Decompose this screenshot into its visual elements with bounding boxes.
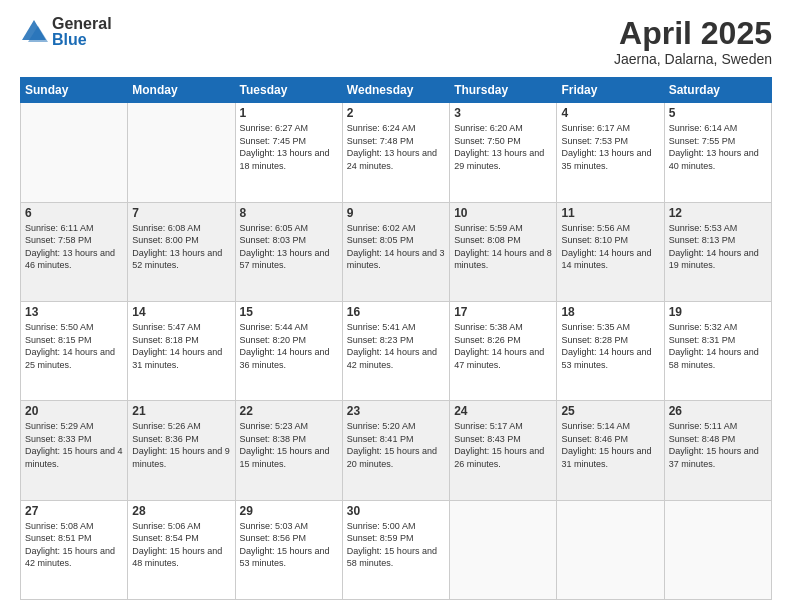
logo-text: General Blue (52, 16, 112, 48)
day-info: Sunrise: 5:06 AM Sunset: 8:54 PM Dayligh… (132, 520, 230, 570)
calendar-cell (21, 103, 128, 202)
day-info: Sunrise: 6:11 AM Sunset: 7:58 PM Dayligh… (25, 222, 123, 272)
day-info: Sunrise: 5:44 AM Sunset: 8:20 PM Dayligh… (240, 321, 338, 371)
calendar-cell (128, 103, 235, 202)
day-info: Sunrise: 5:17 AM Sunset: 8:43 PM Dayligh… (454, 420, 552, 470)
header-right: April 2025 Jaerna, Dalarna, Sweden (614, 16, 772, 67)
day-info: Sunrise: 5:32 AM Sunset: 8:31 PM Dayligh… (669, 321, 767, 371)
logo-blue-text: Blue (52, 32, 112, 48)
day-number: 3 (454, 106, 552, 120)
weekday-header-monday: Monday (128, 78, 235, 103)
day-info: Sunrise: 6:27 AM Sunset: 7:45 PM Dayligh… (240, 122, 338, 172)
day-number: 28 (132, 504, 230, 518)
day-number: 4 (561, 106, 659, 120)
day-info: Sunrise: 5:26 AM Sunset: 8:36 PM Dayligh… (132, 420, 230, 470)
day-number: 16 (347, 305, 445, 319)
day-number: 6 (25, 206, 123, 220)
calendar-cell: 24Sunrise: 5:17 AM Sunset: 8:43 PM Dayli… (450, 401, 557, 500)
day-number: 5 (669, 106, 767, 120)
day-number: 12 (669, 206, 767, 220)
calendar-cell: 20Sunrise: 5:29 AM Sunset: 8:33 PM Dayli… (21, 401, 128, 500)
calendar-cell: 1Sunrise: 6:27 AM Sunset: 7:45 PM Daylig… (235, 103, 342, 202)
day-number: 19 (669, 305, 767, 319)
day-number: 26 (669, 404, 767, 418)
day-info: Sunrise: 5:23 AM Sunset: 8:38 PM Dayligh… (240, 420, 338, 470)
calendar-cell (450, 500, 557, 599)
day-number: 20 (25, 404, 123, 418)
calendar-table: SundayMondayTuesdayWednesdayThursdayFrid… (20, 77, 772, 600)
day-number: 17 (454, 305, 552, 319)
day-info: Sunrise: 5:14 AM Sunset: 8:46 PM Dayligh… (561, 420, 659, 470)
calendar-cell: 28Sunrise: 5:06 AM Sunset: 8:54 PM Dayli… (128, 500, 235, 599)
calendar-cell: 11Sunrise: 5:56 AM Sunset: 8:10 PM Dayli… (557, 202, 664, 301)
calendar-cell (664, 500, 771, 599)
day-number: 25 (561, 404, 659, 418)
calendar-cell: 22Sunrise: 5:23 AM Sunset: 8:38 PM Dayli… (235, 401, 342, 500)
day-info: Sunrise: 6:05 AM Sunset: 8:03 PM Dayligh… (240, 222, 338, 272)
day-info: Sunrise: 6:17 AM Sunset: 7:53 PM Dayligh… (561, 122, 659, 172)
day-info: Sunrise: 5:50 AM Sunset: 8:15 PM Dayligh… (25, 321, 123, 371)
calendar-cell: 8Sunrise: 6:05 AM Sunset: 8:03 PM Daylig… (235, 202, 342, 301)
day-info: Sunrise: 5:35 AM Sunset: 8:28 PM Dayligh… (561, 321, 659, 371)
day-number: 9 (347, 206, 445, 220)
calendar-cell: 4Sunrise: 6:17 AM Sunset: 7:53 PM Daylig… (557, 103, 664, 202)
calendar-cell: 13Sunrise: 5:50 AM Sunset: 8:15 PM Dayli… (21, 301, 128, 400)
calendar-week-row: 20Sunrise: 5:29 AM Sunset: 8:33 PM Dayli… (21, 401, 772, 500)
day-number: 30 (347, 504, 445, 518)
calendar-week-row: 1Sunrise: 6:27 AM Sunset: 7:45 PM Daylig… (21, 103, 772, 202)
weekday-header-saturday: Saturday (664, 78, 771, 103)
calendar-cell: 3Sunrise: 6:20 AM Sunset: 7:50 PM Daylig… (450, 103, 557, 202)
day-number: 11 (561, 206, 659, 220)
day-info: Sunrise: 5:11 AM Sunset: 8:48 PM Dayligh… (669, 420, 767, 470)
header: General Blue April 2025 Jaerna, Dalarna,… (20, 16, 772, 67)
calendar-cell: 9Sunrise: 6:02 AM Sunset: 8:05 PM Daylig… (342, 202, 449, 301)
calendar-cell: 6Sunrise: 6:11 AM Sunset: 7:58 PM Daylig… (21, 202, 128, 301)
day-info: Sunrise: 5:59 AM Sunset: 8:08 PM Dayligh… (454, 222, 552, 272)
weekday-header-sunday: Sunday (21, 78, 128, 103)
day-info: Sunrise: 5:47 AM Sunset: 8:18 PM Dayligh… (132, 321, 230, 371)
weekday-header-thursday: Thursday (450, 78, 557, 103)
day-number: 2 (347, 106, 445, 120)
day-number: 13 (25, 305, 123, 319)
day-info: Sunrise: 6:02 AM Sunset: 8:05 PM Dayligh… (347, 222, 445, 272)
day-number: 1 (240, 106, 338, 120)
logo-icon (20, 18, 48, 46)
weekday-header-tuesday: Tuesday (235, 78, 342, 103)
day-info: Sunrise: 5:00 AM Sunset: 8:59 PM Dayligh… (347, 520, 445, 570)
calendar-cell: 21Sunrise: 5:26 AM Sunset: 8:36 PM Dayli… (128, 401, 235, 500)
day-info: Sunrise: 6:14 AM Sunset: 7:55 PM Dayligh… (669, 122, 767, 172)
day-number: 8 (240, 206, 338, 220)
calendar-week-row: 13Sunrise: 5:50 AM Sunset: 8:15 PM Dayli… (21, 301, 772, 400)
page: General Blue April 2025 Jaerna, Dalarna,… (0, 0, 792, 612)
calendar-cell: 25Sunrise: 5:14 AM Sunset: 8:46 PM Dayli… (557, 401, 664, 500)
calendar-cell: 23Sunrise: 5:20 AM Sunset: 8:41 PM Dayli… (342, 401, 449, 500)
day-number: 21 (132, 404, 230, 418)
calendar-cell: 27Sunrise: 5:08 AM Sunset: 8:51 PM Dayli… (21, 500, 128, 599)
day-number: 18 (561, 305, 659, 319)
calendar-cell (557, 500, 664, 599)
calendar-cell: 10Sunrise: 5:59 AM Sunset: 8:08 PM Dayli… (450, 202, 557, 301)
calendar-cell: 15Sunrise: 5:44 AM Sunset: 8:20 PM Dayli… (235, 301, 342, 400)
calendar-header: SundayMondayTuesdayWednesdayThursdayFrid… (21, 78, 772, 103)
month-title: April 2025 (614, 16, 772, 51)
calendar-cell: 18Sunrise: 5:35 AM Sunset: 8:28 PM Dayli… (557, 301, 664, 400)
day-number: 23 (347, 404, 445, 418)
calendar-cell: 17Sunrise: 5:38 AM Sunset: 8:26 PM Dayli… (450, 301, 557, 400)
day-info: Sunrise: 5:53 AM Sunset: 8:13 PM Dayligh… (669, 222, 767, 272)
weekday-header-row: SundayMondayTuesdayWednesdayThursdayFrid… (21, 78, 772, 103)
calendar-cell: 14Sunrise: 5:47 AM Sunset: 8:18 PM Dayli… (128, 301, 235, 400)
location: Jaerna, Dalarna, Sweden (614, 51, 772, 67)
day-info: Sunrise: 5:29 AM Sunset: 8:33 PM Dayligh… (25, 420, 123, 470)
logo: General Blue (20, 16, 112, 48)
weekday-header-wednesday: Wednesday (342, 78, 449, 103)
calendar-cell: 7Sunrise: 6:08 AM Sunset: 8:00 PM Daylig… (128, 202, 235, 301)
calendar-cell: 30Sunrise: 5:00 AM Sunset: 8:59 PM Dayli… (342, 500, 449, 599)
calendar-body: 1Sunrise: 6:27 AM Sunset: 7:45 PM Daylig… (21, 103, 772, 600)
calendar-cell: 12Sunrise: 5:53 AM Sunset: 8:13 PM Dayli… (664, 202, 771, 301)
day-number: 22 (240, 404, 338, 418)
calendar-week-row: 6Sunrise: 6:11 AM Sunset: 7:58 PM Daylig… (21, 202, 772, 301)
day-info: Sunrise: 5:41 AM Sunset: 8:23 PM Dayligh… (347, 321, 445, 371)
calendar-cell: 26Sunrise: 5:11 AM Sunset: 8:48 PM Dayli… (664, 401, 771, 500)
calendar-cell: 29Sunrise: 5:03 AM Sunset: 8:56 PM Dayli… (235, 500, 342, 599)
day-info: Sunrise: 5:20 AM Sunset: 8:41 PM Dayligh… (347, 420, 445, 470)
